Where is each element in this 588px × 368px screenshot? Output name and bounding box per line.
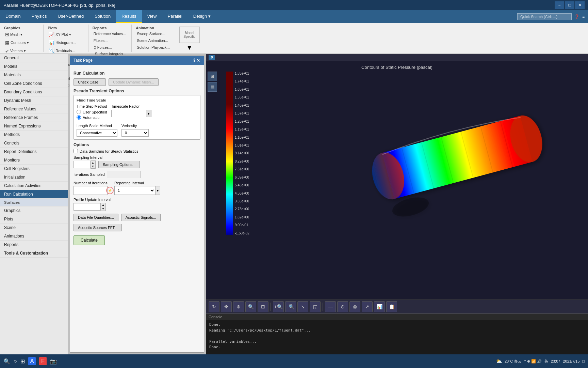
sidebar-item-tools[interactable]: Tools & Customization [0, 249, 68, 258]
calculate-btn[interactable]: Calculate [74, 235, 105, 245]
sidebar-item-plots[interactable]: Plots [0, 215, 68, 224]
sidebar-item-materials[interactable]: Materials [0, 71, 68, 79]
sidebar-item-general[interactable]: General [0, 54, 68, 62]
vp-fit-btn[interactable]: 🔍 [245, 301, 256, 312]
minimize-btn[interactable]: − [555, 1, 564, 9]
task-info-btn[interactable]: ℹ [193, 58, 195, 63]
grid-view-btn2[interactable]: ▤ [208, 82, 217, 92]
reporting-interval-select[interactable]: 1 5 10 [114, 186, 155, 195]
data-sampling-checkbox-label[interactable]: Data Sampling for Steady Statistics [74, 149, 200, 153]
vp-orbit-btn[interactable]: ⊙ [337, 301, 348, 312]
vp-annotate-btn[interactable]: 📋 [386, 301, 397, 312]
reporting-interval-dropdown[interactable]: ▾ [155, 186, 160, 195]
ribbon-residuals-btn[interactable]: 📉Residuals... [46, 47, 85, 55]
profile-up-btn[interactable]: ▲ [101, 203, 105, 207]
check-case-btn[interactable]: Check Case... [74, 78, 106, 86]
close-btn[interactable]: ✕ [575, 1, 585, 9]
vp-3d-view-btn[interactable]: ◎ [349, 301, 360, 312]
sampling-interval-input[interactable]: 1 [74, 161, 91, 168]
maximize-btn[interactable]: □ [565, 1, 574, 9]
ribbon-sweep-surface-btn[interactable]: Sweep Surface... [134, 31, 172, 37]
settings-icon[interactable]: ≡ [582, 14, 585, 19]
sidebar-item-run-calc[interactable]: Run Calculation [0, 190, 68, 199]
status-taskbar-icon[interactable]: ⊞ [20, 358, 25, 365]
radio-automatic-input[interactable] [77, 115, 81, 120]
vp-zoom-in-btn[interactable]: +🔍 [273, 301, 284, 312]
status-start-icon[interactable]: ○ [14, 358, 17, 364]
sidebar-item-animations[interactable]: Animations [0, 232, 68, 241]
ribbon-fluxes-btn[interactable]: Fluxes... [91, 37, 129, 44]
menu-user-defined[interactable]: User-Defined [52, 10, 89, 23]
sidebar-item-ref-frames[interactable]: Reference Frames [0, 113, 68, 122]
sidebar-item-surfaces[interactable]: Surfaces [0, 199, 68, 206]
sampling-options-btn[interactable]: Sampling Options... [98, 161, 140, 168]
timescale-input[interactable]: 1 [111, 110, 145, 117]
vp-zoom-out-btn[interactable]: -🔍 [285, 301, 296, 312]
ribbon-forces-btn[interactable]: ⟨⟩ Forces... [91, 44, 129, 51]
sidebar-item-cell-zone[interactable]: Cell Zone Conditions [0, 79, 68, 88]
sidebar-item-controls[interactable]: Controls [0, 139, 68, 148]
vp-select-btn[interactable]: ⊞ [258, 301, 268, 312]
sidebar-item-ref-values[interactable]: Reference Values [0, 105, 68, 113]
sampling-down-btn[interactable]: ▼ [91, 165, 95, 168]
iterations-sampled-input[interactable]: 0 [107, 171, 141, 178]
vp-scale-btn[interactable]: ↘ [297, 301, 308, 312]
menu-parallel[interactable]: Parallel [162, 10, 187, 23]
sidebar-item-cell-registers[interactable]: Cell Registers [0, 165, 68, 173]
sidebar-item-report-defs[interactable]: Report Definitions [0, 148, 68, 156]
menu-domain[interactable]: Domain [0, 10, 26, 23]
sampling-up-btn[interactable]: ▲ [91, 161, 95, 165]
sidebar-item-initialization[interactable]: Initialization [0, 173, 68, 182]
sidebar-item-scene[interactable]: Scene [0, 224, 68, 232]
search-input[interactable] [517, 13, 572, 20]
vp-plot-btn[interactable]: 📊 [374, 301, 385, 312]
grid-view-btn1[interactable]: ⊞ [208, 72, 217, 81]
vp-zoom-box-btn[interactable]: ⊕ [233, 301, 244, 312]
ribbon-contours-btn[interactable]: ▦Contours ▾ [3, 39, 40, 46]
data-sampling-checkbox[interactable] [74, 149, 78, 153]
update-mesh-btn[interactable]: Update Dynamic Mesh... [109, 78, 158, 86]
data-file-quantities-btn[interactable]: Data File Quantities... [74, 214, 118, 221]
sidebar-item-graphics[interactable]: Graphics [0, 206, 68, 215]
ribbon-vectors-btn[interactable]: ➶Vectors ▾ [3, 47, 40, 55]
status-cam-icon[interactable]: 📷 [50, 358, 57, 365]
expand-icon[interactable]: ▼ [178, 44, 201, 51]
profile-update-input[interactable]: 1 [74, 203, 101, 211]
menu-physics[interactable]: Physics [26, 10, 52, 23]
menu-solution[interactable]: Solution [89, 10, 116, 23]
iterations-status-icon[interactable]: ⚡ [106, 187, 114, 194]
length-scale-select[interactable]: Conservative Aggressive [77, 129, 117, 137]
status-fluent-icon[interactable]: F [39, 357, 47, 365]
help-icon[interactable]: ❓ [574, 14, 579, 19]
vp-rotate-btn[interactable]: ↻ [209, 301, 219, 312]
ribbon-mesh-btn[interactable]: ⊞Mesh ▾ [3, 31, 40, 38]
acoustic-signals-btn[interactable]: Acoustic Signals... [121, 214, 161, 221]
status-app1-icon[interactable]: A [28, 357, 36, 365]
sidebar-item-boundary[interactable]: Boundary Conditions [0, 88, 68, 96]
radio-user-specified-input[interactable] [77, 110, 81, 114]
ribbon-xyplot-btn[interactable]: 📈XY Plot ▾ [46, 31, 85, 38]
sidebar-item-calc-activities[interactable]: Calculation Activities [0, 182, 68, 190]
timescale-dropdown-btn[interactable]: ▾ [146, 110, 151, 117]
sidebar-item-reports[interactable]: Reports [0, 241, 68, 249]
notification-icon[interactable]: □ [582, 359, 585, 363]
radio-user-specified[interactable]: User Specified [77, 110, 107, 114]
vp-center-btn[interactable]: — [325, 301, 336, 312]
menu-view[interactable]: View [142, 10, 162, 23]
vp-export-btn[interactable]: ↗ [362, 301, 373, 312]
menu-design[interactable]: Design ▾ [188, 10, 216, 23]
sidebar-item-methods[interactable]: Methods [0, 131, 68, 139]
profile-down-btn[interactable]: ▼ [101, 207, 105, 211]
ribbon-histogram-btn[interactable]: 📊Histogram... [46, 39, 85, 46]
num-iterations-input[interactable]: 1000 [74, 186, 108, 195]
sidebar-item-models[interactable]: Models [0, 62, 68, 71]
vp-translate-btn[interactable]: ✥ [221, 301, 232, 312]
status-search-icon[interactable]: 🔍 [3, 358, 10, 365]
acoustic-sources-fft-btn[interactable]: Acoustic Sources FFT... [74, 224, 122, 231]
sidebar-item-named-expr[interactable]: Named Expressions [0, 122, 68, 131]
sidebar-item-dynamic-mesh[interactable]: Dynamic Mesh [0, 96, 68, 105]
ribbon-scene-anim-btn[interactable]: Scene Animation... [134, 37, 172, 44]
ribbon-playback-btn[interactable]: Solution Playback... [134, 44, 172, 50]
verbosity-select[interactable]: 0 1 2 [121, 129, 149, 137]
vp-fit-window-btn[interactable]: ◱ [310, 301, 321, 312]
